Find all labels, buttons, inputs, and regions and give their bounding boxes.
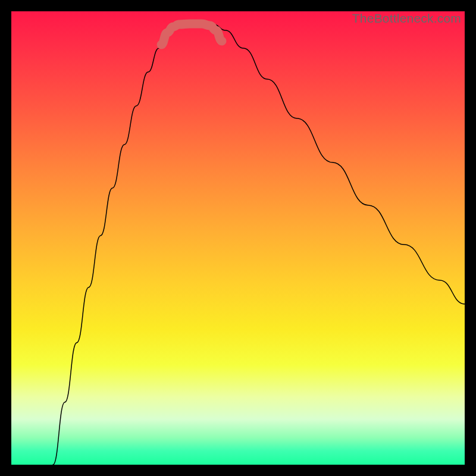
curve-layer: [11, 11, 465, 465]
plot-area: TheBottleneck.com: [11, 11, 465, 465]
highlighted-bottom: [161, 24, 222, 45]
right-curve: [214, 24, 465, 304]
left-curve: [53, 24, 178, 465]
chart-stage: TheBottleneck.com: [0, 0, 476, 476]
